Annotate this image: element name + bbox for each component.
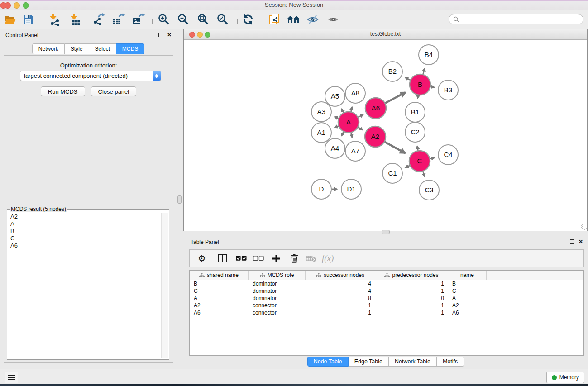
table-cell[interactable]: A bbox=[448, 295, 487, 301]
mcds-result-item[interactable]: B bbox=[8, 228, 161, 235]
graph-node-D[interactable]: D bbox=[311, 179, 331, 199]
result-scrollbar[interactable] bbox=[161, 213, 168, 358]
column-header-successor-nodes[interactable]: successor nodes bbox=[306, 271, 375, 280]
column-header-mcds-role[interactable]: MCDS role bbox=[249, 271, 306, 280]
search-input[interactable] bbox=[459, 16, 579, 23]
eye-slash-icon[interactable] bbox=[305, 12, 320, 27]
zoom-fit-icon[interactable] bbox=[196, 12, 211, 27]
zoom-out-icon[interactable] bbox=[176, 12, 191, 27]
graph-node-A8[interactable]: A8 bbox=[345, 83, 365, 103]
tab-motifs[interactable]: Motifs bbox=[437, 357, 464, 367]
table-row[interactable]: A6connector11A6 bbox=[190, 309, 583, 316]
mcds-result-item[interactable]: A bbox=[8, 220, 161, 228]
graph-node-B2[interactable]: B2 bbox=[382, 62, 402, 81]
window-resize-grip-icon[interactable] bbox=[581, 224, 587, 230]
table-cell[interactable]: C bbox=[448, 288, 487, 294]
close-panel-button[interactable]: Close panel bbox=[91, 86, 137, 96]
graph-node-C1[interactable]: C1 bbox=[382, 163, 402, 183]
close-network-window-button[interactable] bbox=[189, 32, 195, 38]
open-session-icon[interactable] bbox=[2, 12, 18, 27]
refresh-icon[interactable] bbox=[240, 12, 256, 27]
graph-node-A1[interactable]: A1 bbox=[311, 123, 331, 143]
table-cell[interactable]: A6 bbox=[448, 310, 487, 316]
clone-network-icon[interactable] bbox=[267, 12, 282, 27]
graph-node-C4[interactable]: C4 bbox=[438, 145, 458, 165]
table-cell[interactable]: A2 bbox=[190, 302, 249, 309]
search-box[interactable] bbox=[449, 14, 583, 24]
delete-trash-icon[interactable] bbox=[289, 254, 300, 263]
table-cell[interactable]: 1 bbox=[306, 310, 375, 316]
tab-network[interactable]: Network bbox=[32, 43, 65, 54]
table-cell[interactable]: connector bbox=[249, 310, 306, 316]
column-header-shared-name[interactable]: shared name bbox=[190, 271, 249, 280]
table-cell[interactable]: 4 bbox=[306, 288, 375, 294]
table-cell[interactable]: dominator bbox=[249, 288, 306, 294]
table-cell[interactable]: 1 bbox=[375, 302, 448, 309]
graph-node-A5[interactable]: A5 bbox=[325, 86, 345, 106]
table-cell[interactable]: 1 bbox=[375, 288, 448, 294]
eye-icon[interactable] bbox=[325, 12, 341, 27]
tab-style[interactable]: Style bbox=[65, 43, 89, 54]
graph-node-A3[interactable]: A3 bbox=[311, 102, 331, 122]
close-table-panel-icon[interactable]: ✕ bbox=[578, 239, 583, 244]
deselect-checkboxes-icon[interactable] bbox=[253, 256, 264, 261]
graph-node-A2[interactable]: A2 bbox=[365, 126, 386, 147]
table-cell[interactable]: B bbox=[190, 281, 249, 287]
graph-node-C[interactable]: C bbox=[409, 151, 430, 172]
tab-edge-table[interactable]: Edge Table bbox=[349, 357, 389, 367]
maximize-network-window-button[interactable] bbox=[205, 32, 210, 38]
homes-icon[interactable] bbox=[286, 12, 301, 27]
table-cell[interactable]: 0 bbox=[375, 295, 448, 301]
import-table-icon[interactable] bbox=[67, 12, 83, 27]
graph-node-D1[interactable]: D1 bbox=[341, 179, 361, 199]
graph-node-B3[interactable]: B3 bbox=[438, 80, 458, 100]
float-table-panel-icon[interactable] bbox=[570, 239, 574, 244]
tab-network-table[interactable]: Network Table bbox=[389, 357, 437, 367]
horizontal-splitter-handle[interactable] bbox=[382, 230, 390, 234]
export-table-icon[interactable] bbox=[111, 12, 126, 27]
graph-node-B4[interactable]: B4 bbox=[419, 45, 439, 65]
table-cell[interactable]: 1 bbox=[375, 281, 448, 287]
mcds-result-item[interactable]: C bbox=[8, 235, 161, 242]
table-cell[interactable]: A6 bbox=[190, 310, 249, 316]
graph-node-C2[interactable]: C2 bbox=[405, 122, 425, 142]
minimize-window-button[interactable] bbox=[14, 2, 20, 9]
settings-gear-icon[interactable]: ⚙ bbox=[196, 254, 207, 263]
graph-node-A6[interactable]: A6 bbox=[365, 98, 386, 119]
table-cell[interactable]: 1 bbox=[375, 310, 448, 316]
table-cell[interactable]: 1 bbox=[306, 302, 375, 309]
table-cell[interactable]: dominator bbox=[249, 295, 306, 301]
table-cell[interactable]: 4 bbox=[306, 281, 375, 287]
graph-node-C3[interactable]: C3 bbox=[419, 180, 439, 200]
save-session-icon[interactable] bbox=[20, 12, 36, 27]
graph-node-A4[interactable]: A4 bbox=[325, 138, 345, 158]
task-history-button[interactable] bbox=[5, 372, 18, 383]
minimize-network-window-button[interactable] bbox=[197, 32, 203, 38]
column-header-name[interactable]: name bbox=[448, 271, 487, 280]
tab-select[interactable]: Select bbox=[89, 43, 116, 54]
column-header-predecessor-nodes[interactable]: predecessor nodes bbox=[375, 271, 448, 280]
import-network-icon[interactable] bbox=[47, 12, 62, 27]
export-network-icon[interactable] bbox=[91, 12, 106, 27]
graph-node-B1[interactable]: B1 bbox=[405, 102, 425, 122]
run-mcds-button[interactable]: Run MCDS bbox=[41, 86, 85, 96]
column-layout-icon[interactable] bbox=[217, 254, 228, 262]
network-canvas[interactable]: AA1A2A3A4A5A6A7A8BB1B2B3B4CC1C2C3C4DD1 bbox=[184, 40, 587, 231]
maximize-window-button[interactable] bbox=[23, 2, 29, 9]
table-cell[interactable]: B bbox=[448, 281, 487, 287]
memory-button[interactable]: Memory bbox=[546, 372, 584, 383]
table-cell[interactable]: connector bbox=[249, 302, 306, 309]
select-all-checkboxes-icon[interactable] bbox=[236, 256, 247, 261]
mcds-result-item[interactable]: A2 bbox=[8, 213, 161, 220]
zoom-in-icon[interactable] bbox=[156, 12, 172, 27]
mcds-result-item[interactable]: A6 bbox=[8, 242, 161, 249]
table-cell[interactable]: A bbox=[190, 295, 249, 301]
table-row[interactable]: Adominator80A bbox=[190, 295, 583, 302]
graph-node-A7[interactable]: A7 bbox=[345, 141, 365, 161]
tab-node-table[interactable]: Node Table bbox=[307, 357, 349, 367]
close-window-button[interactable] bbox=[5, 2, 11, 9]
table-cell[interactable]: A2 bbox=[448, 302, 487, 309]
export-image-icon[interactable] bbox=[131, 12, 146, 27]
zoom-selected-icon[interactable] bbox=[215, 12, 230, 27]
criterion-select[interactable]: largest connected component (directed) bbox=[20, 71, 161, 81]
